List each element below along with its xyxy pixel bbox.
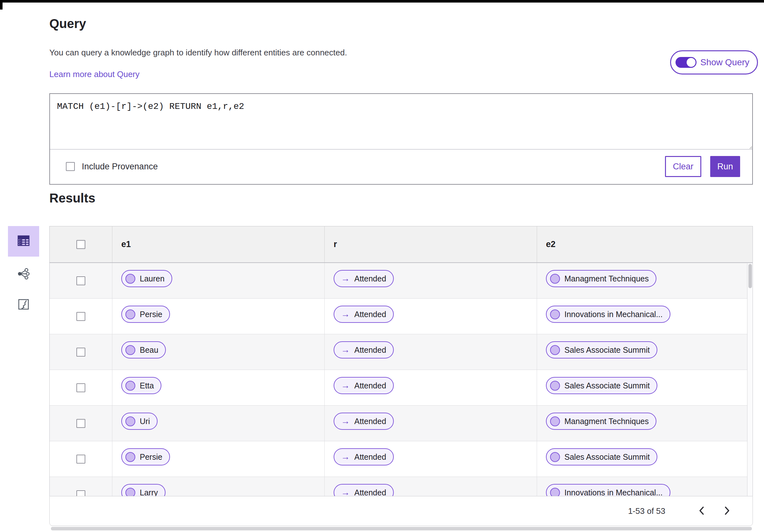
entity-node-icon — [550, 488, 560, 496]
entity-pill[interactable]: Lauren — [121, 270, 172, 287]
row-checkbox[interactable] — [77, 276, 85, 285]
entity-node-icon — [125, 345, 135, 355]
show-query-toggle[interactable]: Show Query — [670, 50, 758, 75]
entity-pill[interactable]: Managment Techniques — [546, 413, 657, 430]
entity-pill[interactable]: Managment Techniques — [546, 270, 657, 287]
relation-pill[interactable]: →Attended — [334, 306, 394, 323]
row-checkbox[interactable] — [77, 454, 85, 463]
entity-node-icon — [550, 274, 560, 284]
relation-pill[interactable]: →Attended — [334, 448, 394, 465]
entity-pill[interactable]: Sales Associate Summit — [546, 377, 658, 394]
relation-label: Attended — [354, 488, 386, 496]
row-checkbox[interactable] — [77, 419, 85, 428]
entity-node-icon — [125, 309, 135, 319]
relation-label: Attended — [354, 345, 386, 355]
row-checkbox[interactable] — [77, 312, 85, 321]
row-checkbox[interactable] — [77, 490, 85, 496]
pagination-range-label: 1-53 of 53 — [628, 506, 665, 516]
prev-page-button[interactable] — [694, 504, 709, 518]
relation-pill[interactable]: →Attended — [334, 413, 394, 430]
query-toolbar: Include Provenance Clear Run — [50, 150, 752, 183]
entity-node-icon — [550, 345, 560, 355]
graph-view-button[interactable] — [17, 267, 31, 281]
entity-pill[interactable]: Persie — [121, 306, 170, 323]
entity-pill[interactable]: Persie — [121, 448, 170, 465]
entity-label: Managment Techniques — [564, 417, 649, 426]
pagination-bar: 1-53 of 53 — [49, 496, 753, 526]
run-button[interactable]: Run — [710, 156, 740, 177]
chevron-left-icon — [698, 506, 705, 516]
include-provenance-checkbox[interactable] — [66, 162, 75, 171]
select-all-checkbox[interactable] — [77, 240, 85, 249]
entity-label: Sales Associate Summit — [564, 452, 650, 462]
table-row: Larry →Attended Innovations in Mechanica… — [50, 477, 753, 496]
relation-label: Attended — [354, 417, 386, 426]
relation-label: Attended — [354, 381, 386, 390]
entity-node-icon — [550, 417, 560, 426]
window-left-edge — [0, 0, 3, 10]
entity-pill[interactable]: Etta — [121, 377, 161, 394]
results-view-switcher — [8, 226, 39, 312]
entity-pill[interactable]: Innovations in Mechanical... — [546, 484, 670, 496]
entity-pill[interactable]: Innovations in Mechanical... — [546, 306, 670, 323]
table-row: Persie →Attended Sales Associate Summit — [50, 441, 753, 477]
relation-pill[interactable]: →Attended — [334, 377, 394, 394]
entity-node-icon — [125, 381, 135, 391]
clear-button[interactable]: Clear — [665, 156, 701, 177]
table-header-row: e1 r e2 — [50, 226, 753, 263]
arrow-right-icon: → — [338, 345, 350, 354]
entity-label: Sales Associate Summit — [564, 345, 650, 355]
query-panel: MATCH (e1)-[r]->(e2) RETURN e1,r,e2 Incl… — [49, 93, 753, 185]
column-header-e2: e2 — [537, 226, 753, 262]
table-row: Etta →Attended Sales Associate Summit — [50, 370, 753, 406]
entity-label: Innovations in Mechanical... — [564, 488, 663, 496]
relation-label: Attended — [354, 274, 386, 283]
page-description: You can query a knowledge graph to ident… — [49, 48, 347, 58]
include-provenance-label: Include Provenance — [82, 162, 158, 172]
chevron-right-icon — [724, 506, 731, 516]
entity-label: Etta — [140, 381, 154, 390]
page-title: Query — [49, 17, 86, 31]
entity-node-icon — [550, 381, 560, 391]
next-page-button[interactable] — [720, 504, 734, 518]
table-row: Beau →Attended Sales Associate Summit — [50, 334, 753, 370]
vertical-scrollbar-thumb[interactable] — [748, 264, 752, 288]
window-top-edge — [3, 0, 764, 3]
vertical-scrollbar[interactable] — [747, 263, 753, 496]
arrow-right-icon: → — [338, 310, 350, 319]
entity-pill[interactable]: Larry — [121, 484, 165, 496]
learn-more-link[interactable]: Learn more about Query — [49, 70, 139, 79]
column-header-r: r — [324, 226, 537, 262]
toggle-switch-icon — [675, 57, 696, 68]
relation-pill[interactable]: →Attended — [334, 341, 394, 358]
results-table: e1 r e2 Lauren →Attended Managment Techn… — [49, 226, 753, 496]
entity-label: Lauren — [140, 274, 165, 283]
arrow-right-icon: → — [338, 274, 350, 283]
entity-pill[interactable]: Sales Associate Summit — [546, 341, 658, 358]
map-view-icon — [18, 299, 29, 311]
arrow-right-icon: → — [338, 381, 350, 390]
arrow-right-icon: → — [338, 452, 350, 461]
entity-label: Beau — [140, 345, 158, 355]
map-view-button[interactable] — [17, 298, 31, 312]
entity-node-icon — [125, 452, 135, 462]
row-checkbox[interactable] — [77, 348, 85, 357]
entity-label: Persie — [140, 452, 162, 462]
table-view-button[interactable] — [8, 226, 39, 257]
entity-node-icon — [550, 309, 560, 319]
entity-pill[interactable]: Beau — [121, 341, 166, 358]
relation-pill[interactable]: →Attended — [334, 270, 394, 287]
graph-view-icon — [18, 268, 30, 281]
row-checkbox[interactable] — [77, 383, 85, 392]
horizontal-scrollbar-thumb[interactable] — [51, 527, 752, 530]
entity-label: Larry — [140, 488, 158, 496]
column-header-e1: e1 — [112, 226, 324, 262]
entity-node-icon — [125, 488, 135, 496]
entity-label: Persie — [140, 310, 162, 319]
entity-pill[interactable]: Uri — [121, 413, 158, 430]
table-row: Lauren →Attended Managment Techniques — [50, 263, 753, 299]
entity-pill[interactable]: Sales Associate Summit — [546, 448, 658, 465]
results-heading: Results — [49, 191, 96, 205]
query-editor[interactable]: MATCH (e1)-[r]->(e2) RETURN e1,r,e2 — [50, 94, 752, 150]
relation-pill[interactable]: →Attended — [334, 484, 394, 496]
